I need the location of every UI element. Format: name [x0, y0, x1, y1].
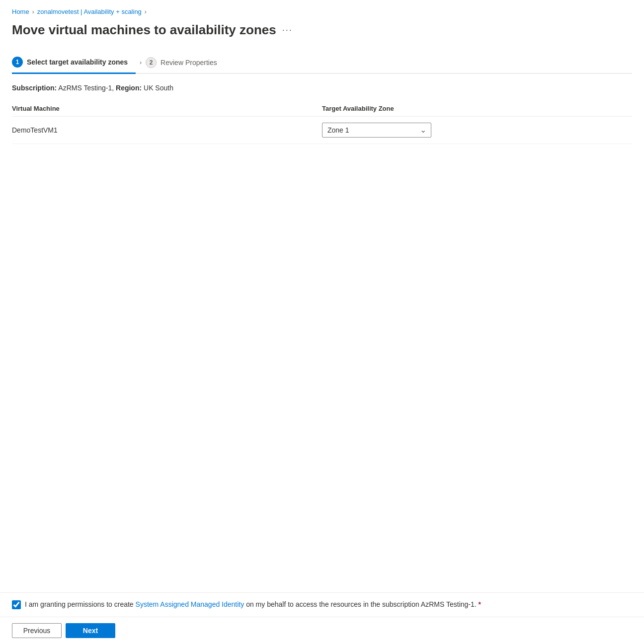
- table-row: DemoTestVM1Zone 1Zone 2Zone 3: [12, 117, 632, 144]
- breadcrumb-sep-1: ›: [32, 8, 34, 15]
- step-2-circle: 2: [146, 57, 157, 68]
- zone-select-wrapper[interactable]: Zone 1Zone 2Zone 3: [322, 123, 431, 138]
- subscription-value: AzRMS Testing-1,: [58, 84, 114, 92]
- step-1-label: Select target availability zones: [27, 58, 128, 66]
- vm-table: Virtual Machine Target Availability Zone…: [12, 101, 632, 144]
- subscription-info: Subscription: AzRMS Testing-1, Region: U…: [12, 84, 632, 92]
- consent-checkbox[interactable]: [12, 600, 21, 609]
- col-zone-header: Target Availability Zone: [322, 101, 632, 117]
- next-button[interactable]: Next: [66, 623, 115, 638]
- zone-dropdown[interactable]: Zone 1Zone 2Zone 3: [322, 123, 431, 138]
- breadcrumb-resource[interactable]: zonalmovetest | Availability + scaling: [37, 8, 142, 15]
- consent-link[interactable]: System Assigned Managed Identity: [136, 600, 244, 608]
- zone-cell: Zone 1Zone 2Zone 3: [322, 117, 632, 144]
- page-title: Move virtual machines to availability zo…: [12, 22, 276, 38]
- step-separator: ›: [140, 59, 142, 66]
- consent-text-after: on my behalf to access the resources in …: [246, 600, 477, 608]
- buttons-row: Previous Next: [0, 617, 644, 644]
- previous-button[interactable]: Previous: [12, 623, 62, 638]
- vm-name-cell: DemoTestVM1: [12, 117, 322, 144]
- breadcrumb: Home › zonalmovetest | Availability + sc…: [12, 8, 632, 15]
- col-vm-header: Virtual Machine: [12, 101, 322, 117]
- consent-text: I am granting permissions to create Syst…: [25, 600, 481, 610]
- step-1-circle: 1: [12, 57, 23, 68]
- subscription-label: Subscription:: [12, 84, 57, 92]
- consent-row: I am granting permissions to create Syst…: [0, 593, 644, 617]
- bottom-bar: I am granting permissions to create Syst…: [0, 592, 644, 644]
- step-2-tab[interactable]: 2 Review Properties: [146, 52, 225, 73]
- consent-required-marker: *: [479, 600, 481, 608]
- step-1-tab[interactable]: 1 Select target availability zones: [12, 52, 136, 74]
- step-2-label: Review Properties: [161, 59, 217, 67]
- region-label: Region:: [116, 84, 142, 92]
- consent-text-before: I am granting permissions to create: [25, 600, 134, 608]
- breadcrumb-sep-2: ›: [145, 8, 147, 15]
- breadcrumb-home[interactable]: Home: [12, 8, 29, 15]
- wizard-steps: 1 Select target availability zones › 2 R…: [12, 52, 632, 74]
- more-options-button[interactable]: ···: [282, 25, 293, 35]
- page-title-row: Move virtual machines to availability zo…: [12, 22, 632, 38]
- region-value: UK South: [144, 84, 173, 92]
